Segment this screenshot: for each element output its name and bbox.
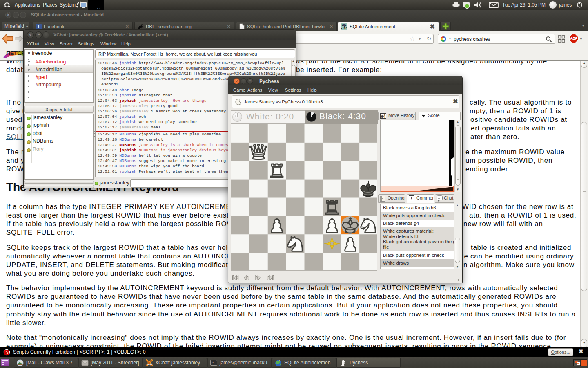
svg-text:ПЕТСР: ПЕТСР <box>6 49 24 56</box>
svg-text:chat: chat <box>147 363 152 365</box>
